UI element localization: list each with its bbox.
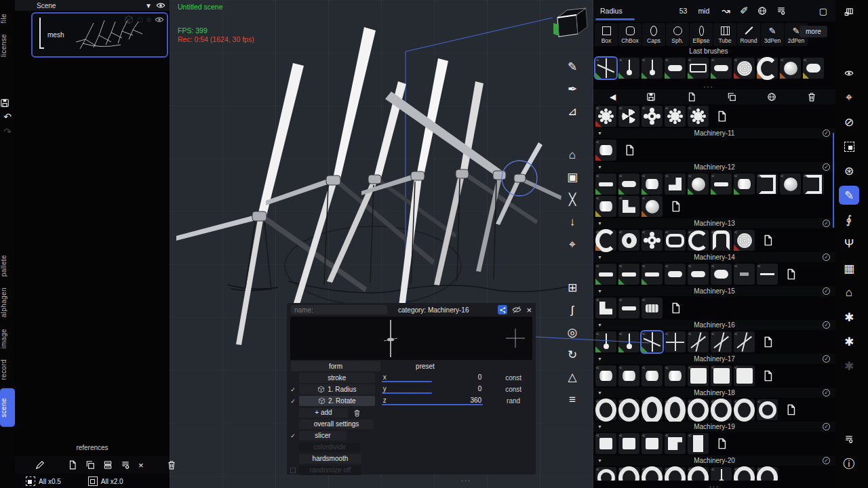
brush-thumbnail-blocktall[interactable]: < (688, 433, 709, 454)
section-enabled-icon[interactable]: ✓ (823, 355, 830, 363)
radius-mode[interactable]: mid (698, 7, 709, 15)
library-ellipsis[interactable]: ... (593, 481, 835, 488)
sidebar-tab-pallete[interactable]: pallete (0, 249, 15, 282)
pattern-icon[interactable]: ▦ (839, 256, 859, 281)
collapse-arrow-icon[interactable]: ▼ (597, 458, 602, 463)
ghost-frame-icon[interactable]: ▢ (137, 16, 143, 23)
trash-icon[interactable] (167, 460, 176, 470)
brush-thumbnail-sphere[interactable]: < (688, 174, 709, 195)
brush-type-box[interactable]: Box (595, 23, 618, 46)
brush-thumbnail-capsule[interactable]: < (665, 264, 686, 285)
gyro-icon[interactable]: ◎ (561, 321, 584, 344)
pen-tool-icon[interactable]: ✎ (561, 56, 584, 78)
brush-thumbnail-ring[interactable]: < (688, 467, 709, 481)
brush-thumbnail-ring[interactable]: < (711, 399, 732, 420)
brush-thumbnail-ring[interactable]: < (688, 399, 709, 420)
brush-thumbnail-ring[interactable]: < (618, 399, 639, 420)
brush-thumbnail-pin[interactable]: < (618, 58, 639, 79)
brush-type-tube[interactable]: Tube (713, 23, 736, 46)
select-area-icon[interactable] (839, 134, 859, 159)
scene-header-dropdown[interactable]: Scene ▼ (15, 0, 170, 11)
brush-thumbnail-ringdisc[interactable]: < (618, 230, 639, 251)
brush-thumbnail-bar[interactable]: < (595, 174, 616, 195)
randomize-checkbox[interactable] (290, 468, 296, 473)
lathe-icon[interactable]: ∮ (839, 207, 859, 232)
trash-icon[interactable] (807, 92, 816, 102)
add-brush-file-icon[interactable] (781, 264, 802, 285)
brush-thumbnail-bar[interactable]: < (595, 264, 616, 285)
brush-thumbnail-barhollow[interactable]: < (688, 58, 709, 79)
slider-z[interactable]: z360 (382, 396, 484, 406)
brush-thumbnail-windmill[interactable]: < (642, 331, 663, 352)
nodes2-icon[interactable]: ✱ (839, 329, 859, 354)
window-icon[interactable]: ▢ (819, 6, 835, 16)
collapse-arrow-icon[interactable]: ▼ (597, 165, 602, 169)
brush-thumbnail-lcorner[interactable]: < (665, 174, 686, 195)
brush-thumbnail-gear[interactable]: < (665, 106, 686, 127)
pose-path-icon[interactable]: ↝ (722, 5, 730, 17)
sidebar-tab-record[interactable]: record (0, 354, 15, 386)
new-file-icon[interactable] (68, 460, 77, 470)
brush-thumbnail-texdisc[interactable]: < (734, 230, 755, 251)
section-enabled-icon[interactable]: ✓ (823, 423, 830, 430)
brush-thumbnail-block[interactable]: < (618, 433, 639, 454)
last-brushes-ellipsis[interactable]: ... (593, 81, 824, 89)
dropdown-arrow-icon[interactable]: ▼ (145, 2, 152, 9)
brush-thumbnail-blockbig[interactable]: < (734, 365, 755, 386)
sidebar-tab-scene[interactable]: scene (0, 388, 15, 427)
rotate-sphere-icon[interactable]: ↻ (561, 344, 584, 366)
info-icon[interactable]: ⓘ (839, 451, 859, 476)
brush-preview[interactable] (290, 317, 532, 360)
section-enabled-icon[interactable]: ✓ (823, 321, 830, 329)
randomize-button[interactable]: randomize off (299, 466, 361, 475)
row-check[interactable]: ✓ (287, 386, 299, 393)
section-enabled-icon[interactable]: ✓ (823, 129, 830, 137)
add-brush-file-icon[interactable] (711, 106, 732, 127)
brush-type-caps[interactable]: Caps (642, 23, 665, 46)
brush-thumbnail-cyl[interactable]: < (595, 196, 616, 217)
duplicate-icon[interactable] (85, 460, 95, 470)
brush-thumbnail-crescent[interactable]: < (595, 230, 616, 251)
section-header-machinery-19[interactable]: ▼Machinery-19✓ (593, 422, 835, 432)
globe-icon[interactable] (767, 92, 776, 102)
scale-up-label[interactable]: All x2.0 (101, 478, 123, 485)
brush-type-sph[interactable]: Sph. (666, 23, 689, 46)
duplicate-icon[interactable] (727, 92, 736, 102)
slider-x[interactable]: x0 (382, 373, 484, 383)
brush-thumbnail-bracket[interactable]: < (757, 174, 778, 195)
brush-thumbnail-capsule[interactable]: < (711, 58, 732, 79)
slicer-check[interactable]: ✓ (287, 432, 299, 439)
mode-select[interactable]: const (491, 386, 536, 393)
section-header-machinery-17[interactable]: ▼Machinery-17✓ (593, 354, 835, 364)
section-header-machinery-12[interactable]: ▼Machinery-12✓ (593, 162, 835, 172)
brush-thumbnail-ring[interactable]: < (757, 467, 778, 481)
brush-thumbnail-barthin[interactable]: < (757, 264, 778, 285)
save-icon[interactable] (646, 92, 656, 102)
add-brush-file-icon[interactable] (757, 230, 778, 251)
cone-icon[interactable]: △ (561, 366, 584, 388)
item-eye-icon[interactable] (155, 15, 164, 24)
brush-thumbnail-blockbig[interactable]: < (711, 365, 732, 386)
brush-thumbnail-ringsm[interactable]: < (757, 399, 778, 420)
brush-thumbnail-windmill[interactable]: < (595, 58, 616, 79)
section-enabled-icon[interactable]: ✓ (823, 253, 830, 261)
brush-thumbnail-barsm[interactable]: < (734, 264, 755, 285)
brush-thumbnail-capsule[interactable]: < (618, 174, 639, 195)
brush-thumbnail-block[interactable]: < (595, 433, 616, 454)
add-brush-file-icon[interactable] (757, 331, 778, 352)
frame-icon[interactable]: ▣ (561, 166, 584, 188)
colordivide-button[interactable]: colordivide (299, 443, 360, 452)
brush-thumbnail-ring[interactable]: < (665, 467, 686, 481)
list-settings-icon[interactable] (121, 460, 130, 470)
brush-thumbnail-fan[interactable]: < (618, 106, 639, 127)
brush-thumbnail-clamp[interactable]: < (688, 230, 709, 251)
brush-thumbnail-sphere[interactable]: < (780, 58, 801, 79)
brush-thumbnail-windmill3[interactable]: < (734, 331, 755, 352)
brush-thumbnail-cyl[interactable]: < (595, 365, 616, 386)
add-brush-file-icon[interactable] (665, 298, 686, 319)
move-icon[interactable]: ⌖ (561, 233, 584, 256)
brush-thumbnail-windmill3[interactable]: < (711, 331, 732, 352)
brush-type-round[interactable]: Round (737, 23, 760, 46)
brush-type-chbox[interactable]: ChBox (618, 23, 642, 46)
scale-down-icon[interactable] (26, 476, 35, 486)
